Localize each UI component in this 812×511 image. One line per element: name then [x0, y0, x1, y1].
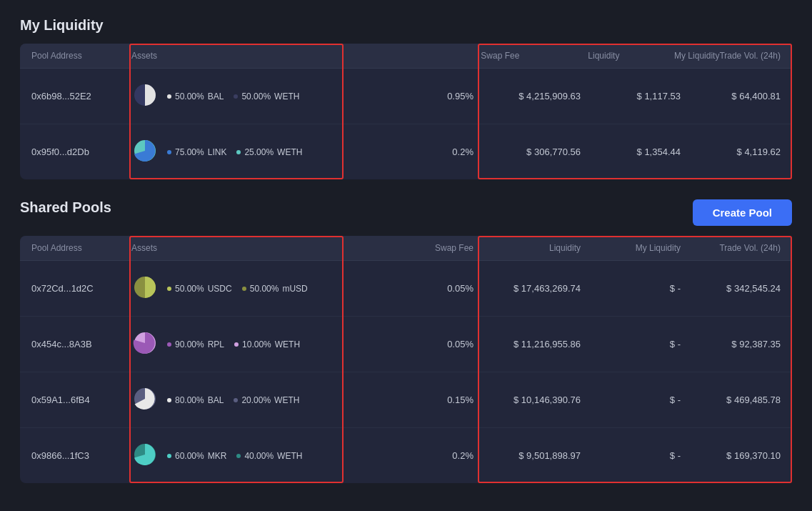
asset-token: WETH [275, 339, 300, 349]
asset-label: 20.00% WETH [234, 395, 299, 405]
asset-dot [167, 342, 171, 347]
asset-dot [234, 398, 238, 402]
pie-chart [131, 137, 159, 164]
liquidity-value: $ 10,146,390.76 [473, 395, 581, 405]
col-trade-vol: Trade Vol. (24h) [681, 243, 781, 253]
asset-dot [234, 342, 239, 347]
asset-pct-1: 50.00% [241, 91, 271, 101]
asset-dot [236, 150, 241, 154]
col-pool-address: Pool Address [31, 51, 131, 61]
asset-label: 50.00% WETH [234, 91, 299, 101]
pool-address: 0x95f0...d2Db [31, 147, 131, 157]
asset-token-1: WETH [277, 147, 302, 157]
swap-fee: 0.15% [346, 395, 473, 405]
asset-label: 80.00% BAL [167, 395, 224, 405]
pool-address: 0x9866...1fC3 [31, 450, 131, 461]
shared-pools-table: Pool Address Assets Swap Fee Liquidity M… [20, 236, 792, 483]
asset-dot [167, 398, 171, 402]
asset-pct: 20.00% [241, 395, 271, 405]
asset-labels: 60.00% MKR 40.00% WETH [167, 451, 346, 461]
trade-vol-value: $ 92,387.35 [681, 339, 781, 349]
asset-labels: 80.00% BAL 20.00% WETH [167, 395, 346, 405]
my-liquidity-table: Pool Address Assets Swap Fee Liquidity M… [20, 44, 792, 179]
asset-label: 90.00% RPL [167, 339, 224, 349]
asset-label: 75.00% LINK [167, 147, 226, 157]
swap-fee: 0.2% [346, 147, 473, 157]
asset-label: 25.00% WETH [236, 147, 302, 157]
asset-labels: 50.00% BAL 50.00% WETH [167, 91, 346, 101]
my-liquidity-value: $ - [581, 395, 681, 405]
my-liquidity-section: My Liquidity Pool Address Assets Swap Fe… [20, 17, 792, 179]
pool-address: 0x454c...8A3B [31, 339, 131, 349]
col-swap-fee: Swap Fee [346, 243, 473, 253]
table-row[interactable]: 0x9866...1fC3 60.00% MKR 40.00 [20, 428, 792, 483]
col-trade-vol: Trade Vol. (24h) [719, 51, 781, 61]
asset-dot [242, 287, 246, 291]
asset-pct: 60.00% [175, 451, 204, 461]
asset-pct: 90.00% [175, 339, 204, 349]
table-row[interactable]: 0x72Cd...1d2C 50.00% USDC 50.0 [20, 261, 792, 317]
asset-label: 50.00% USDC [167, 284, 232, 294]
col-my-liquidity: My Liquidity [581, 243, 681, 253]
asset-pct: 10.00% [242, 339, 271, 349]
liquidity-value: $ 306,770.56 [473, 147, 581, 157]
liquidity-value: $ 9,501,898.97 [473, 450, 581, 461]
my-liquidity-value: $ - [581, 450, 681, 461]
pool-address: 0x72Cd...1d2C [31, 283, 131, 294]
swap-fee: 0.05% [346, 339, 473, 349]
asset-token: MKR [208, 451, 227, 461]
pool-address: 0x6b98...52E2 [31, 91, 131, 101]
table-row[interactable]: 0x59A1...6fB4 80.00% BAL 20.00 [20, 372, 792, 428]
pie-chart-container [131, 137, 167, 167]
pie-chart [131, 274, 159, 301]
trade-vol-value: $ 469,485.78 [681, 395, 781, 405]
col-liquidity: Liquidity [473, 243, 581, 253]
create-pool-button[interactable]: Create Pool [693, 199, 792, 226]
trade-vol-value: $ 169,370.10 [681, 450, 781, 461]
swap-fee: 0.05% [346, 283, 473, 294]
table-row[interactable]: 0x6b98...52E2 50.00% BAL 50.00 [20, 69, 792, 124]
pie-chart-container [131, 385, 167, 415]
table-row[interactable]: 0x95f0...d2Db 75.00% LINK 25.0 [20, 124, 792, 179]
col-empty [346, 51, 412, 61]
asset-dot [167, 287, 171, 291]
col-my-liquidity: My Liquidity [619, 51, 719, 61]
liquidity-value: $ 4,215,909.63 [473, 91, 581, 101]
col-assets: Assets [131, 51, 346, 61]
liquidity-value: $ 17,463,269.74 [473, 283, 581, 294]
asset-dot [167, 94, 171, 99]
shared-pools-section: Shared Pools Create Pool Pool Address As… [20, 199, 792, 483]
asset-token: RPL [208, 339, 224, 349]
asset-token: mUSD [282, 284, 307, 294]
asset-dot [236, 454, 241, 458]
asset-dot [167, 150, 171, 154]
swap-fee: 0.2% [346, 450, 473, 461]
table-row[interactable]: 0x454c...8A3B 90.00% RPL 10.00 [20, 317, 792, 372]
pie-chart-container [131, 441, 167, 470]
asset-pct-0: 75.00% [175, 147, 204, 157]
col-pool-address: Pool Address [31, 243, 131, 253]
trade-vol-value: $ 4,119.62 [681, 147, 781, 157]
asset-pct: 50.00% [250, 284, 279, 294]
asset-token: WETH [274, 395, 299, 405]
trade-vol-value: $ 64,400.81 [681, 91, 781, 101]
asset-label: 50.00% BAL [167, 91, 224, 101]
asset-token-0: LINK [208, 147, 227, 157]
my-liquidity-value: $ 1,117.53 [581, 91, 681, 101]
asset-labels: 50.00% USDC 50.00% mUSD [167, 284, 346, 294]
asset-token: BAL [208, 395, 224, 405]
asset-dot [167, 454, 171, 458]
asset-pct: 40.00% [244, 451, 274, 461]
col-swap-fee: Swap Fee [412, 51, 519, 61]
asset-pct-0: 50.00% [175, 91, 204, 101]
pie-chart-container [131, 274, 167, 303]
asset-dot [234, 94, 238, 99]
my-liquidity-header: Pool Address Assets Swap Fee Liquidity M… [20, 44, 792, 69]
col-assets: Assets [131, 243, 346, 253]
my-liquidity-title: My Liquidity [20, 17, 792, 34]
asset-pct: 80.00% [175, 395, 204, 405]
pie-chart [131, 81, 159, 109]
my-liquidity-value: $ 1,354.44 [581, 147, 681, 157]
asset-pct: 50.00% [175, 284, 204, 294]
asset-labels: 90.00% RPL 10.00% WETH [167, 339, 346, 349]
